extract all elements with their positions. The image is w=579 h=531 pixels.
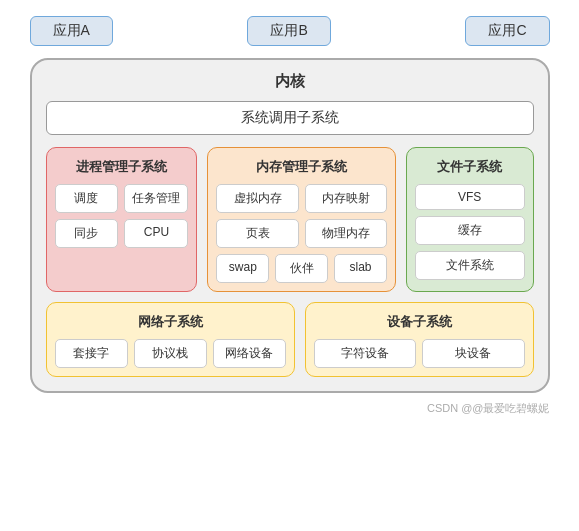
cell-protocol: 协议栈 <box>134 339 207 368</box>
bottom-subsystems-row: 网络子系统 套接字 协议栈 网络设备 设备子系统 字符设备 块设备 <box>46 302 534 377</box>
network-title: 网络子系统 <box>55 313 287 331</box>
file-grid: VFS 缓存 文件系统 <box>415 184 525 280</box>
cell-cpu: CPU <box>124 219 188 248</box>
cell-mmap: 内存映射 <box>305 184 387 213</box>
process-subsystem: 进程管理子系统 调度 任务管理 同步 CPU <box>46 147 198 292</box>
app-a: 应用A <box>30 16 113 46</box>
device-subsystem: 设备子系统 字符设备 块设备 <box>305 302 533 377</box>
file-title: 文件子系统 <box>415 158 525 176</box>
memory-subsystem: 内存管理子系统 虚拟内存 内存映射 页表 物理内存 swap 伙伴 slab <box>207 147 395 292</box>
app-c: 应用C <box>465 16 549 46</box>
cell-vmem: 虚拟内存 <box>216 184 298 213</box>
app-b: 应用B <box>247 16 330 46</box>
memory-grid-bottom: swap 伙伴 slab <box>216 254 386 283</box>
cell-socket: 套接字 <box>55 339 128 368</box>
cell-chardev: 字符设备 <box>314 339 416 368</box>
cell-vfs: VFS <box>415 184 525 210</box>
network-subsystem: 网络子系统 套接字 协议栈 网络设备 <box>46 302 296 377</box>
cell-task-mgmt: 任务管理 <box>124 184 188 213</box>
cell-slab: slab <box>334 254 387 283</box>
process-title: 进程管理子系统 <box>55 158 189 176</box>
cell-schedule: 调度 <box>55 184 119 213</box>
cell-pagetable: 页表 <box>216 219 298 248</box>
watermark: CSDN @@最爱吃碧螺妮 <box>30 401 550 416</box>
cell-swap: swap <box>216 254 269 283</box>
top-apps-row: 应用A 应用B 应用C <box>30 16 550 46</box>
process-grid: 调度 任务管理 同步 CPU <box>55 184 189 248</box>
cell-blockdev: 块设备 <box>422 339 524 368</box>
kernel-title: 内核 <box>46 72 534 91</box>
memory-grid-top: 虚拟内存 内存映射 页表 物理内存 <box>216 184 386 248</box>
cell-cache: 缓存 <box>415 216 525 245</box>
cell-buddy: 伙伴 <box>275 254 328 283</box>
cell-sync: 同步 <box>55 219 119 248</box>
file-subsystem: 文件子系统 VFS 缓存 文件系统 <box>406 147 534 292</box>
syscall-bar: 系统调用子系统 <box>46 101 534 135</box>
device-title: 设备子系统 <box>314 313 524 331</box>
cell-pmem: 物理内存 <box>305 219 387 248</box>
kernel-container: 内核 系统调用子系统 进程管理子系统 调度 任务管理 同步 CPU 内存管理子系… <box>30 58 550 393</box>
cell-filesystem: 文件系统 <box>415 251 525 280</box>
top-subsystems-row: 进程管理子系统 调度 任务管理 同步 CPU 内存管理子系统 虚拟内存 内存映射… <box>46 147 534 292</box>
network-grid: 套接字 协议栈 网络设备 <box>55 339 287 368</box>
cell-netdev: 网络设备 <box>213 339 286 368</box>
memory-title: 内存管理子系统 <box>216 158 386 176</box>
device-grid: 字符设备 块设备 <box>314 339 524 368</box>
